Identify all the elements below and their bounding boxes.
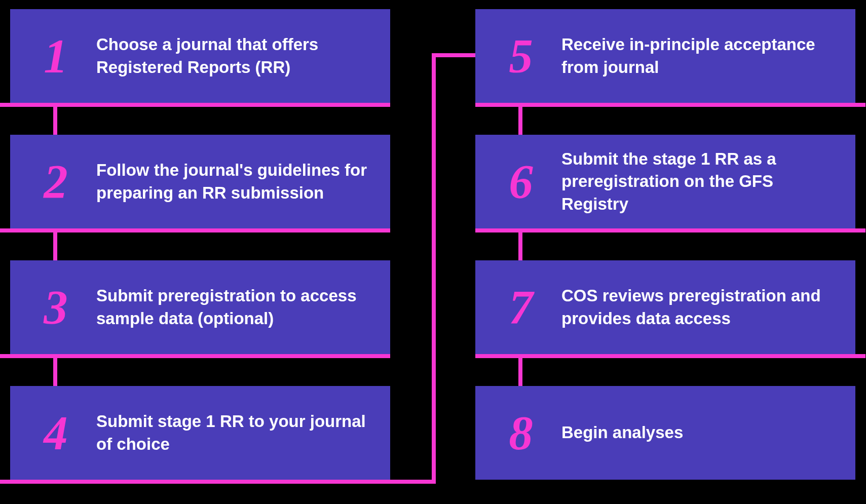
step-2-text: Follow the journal's guidelines for prep… xyxy=(91,159,375,204)
step-3-box: 3 Submit preregistration to access sampl… xyxy=(10,260,390,354)
step-1-box: 1 Choose a journal that offers Registere… xyxy=(10,9,390,103)
step-3-text: Submit preregistration to access sample … xyxy=(91,285,375,330)
step-4-box: 4 Submit stage 1 RR to your journal of c… xyxy=(10,386,390,480)
step-5-number: 5 xyxy=(485,28,556,84)
connector-4-bottom xyxy=(0,480,436,484)
step-4-number: 4 xyxy=(20,405,91,461)
connector-center-top xyxy=(432,53,475,57)
connector-7-8 xyxy=(518,354,522,386)
connector-1-2 xyxy=(53,103,57,135)
connector-7-bottom xyxy=(475,354,865,358)
connector-2-bottom xyxy=(0,228,390,232)
connector-2-3 xyxy=(53,228,57,260)
connector-3-bottom xyxy=(0,354,390,358)
step-8-text: Begin analyses xyxy=(556,421,683,444)
connector-5-bottom xyxy=(475,103,865,107)
step-7-text: COS reviews preregistration and provides… xyxy=(556,285,840,330)
connector-center-vertical xyxy=(432,53,436,484)
step-4-text: Submit stage 1 RR to your journal of cho… xyxy=(91,410,375,455)
step-2-number: 2 xyxy=(20,154,91,210)
step-5-box: 5 Receive in-principle acceptance from j… xyxy=(475,9,855,103)
step-8-number: 8 xyxy=(485,405,556,461)
step-2-box: 2 Follow the journal's guidelines for pr… xyxy=(10,135,390,228)
step-6-text: Submit the stage 1 RR as a preregistrati… xyxy=(556,148,840,216)
step-6-box: 6 Submit the stage 1 RR as a preregistra… xyxy=(475,135,855,228)
step-5-text: Receive in-principle acceptance from jou… xyxy=(556,33,840,79)
connector-1-bottom xyxy=(0,103,390,107)
step-8-box: 8 Begin analyses xyxy=(475,386,855,480)
step-6-number: 6 xyxy=(485,154,556,210)
connector-5-6 xyxy=(518,103,522,135)
step-7-box: 7 COS reviews preregistration and provid… xyxy=(475,260,855,354)
step-1-number: 1 xyxy=(20,28,91,84)
connector-6-bottom xyxy=(475,228,865,232)
step-1-text: Choose a journal that offers Registered … xyxy=(91,33,375,79)
step-7-number: 7 xyxy=(485,280,556,335)
connector-3-4 xyxy=(53,354,57,386)
step-3-number: 3 xyxy=(20,280,91,335)
connector-6-7 xyxy=(518,228,522,260)
